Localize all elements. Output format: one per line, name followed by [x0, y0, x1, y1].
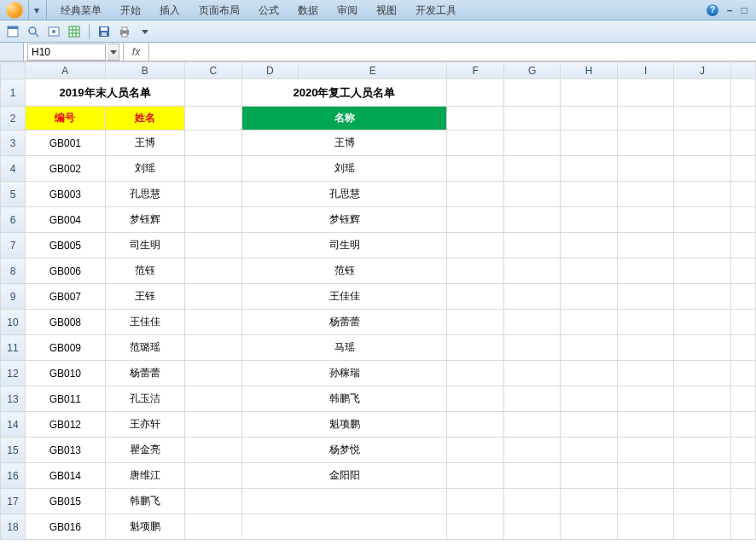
new-sheet-icon[interactable]: [5, 24, 20, 39]
colhead-B[interactable]: B: [105, 62, 184, 79]
cell-name[interactable]: 瞿金亮: [105, 438, 184, 463]
cell-name[interactable]: 孔玉洁: [105, 386, 184, 412]
cell[interactable]: [185, 412, 241, 438]
formula-input[interactable]: [149, 43, 756, 61]
cell[interactable]: [561, 489, 617, 514]
colhead-J[interactable]: J: [674, 62, 730, 79]
cell-id[interactable]: GB005: [26, 233, 105, 258]
rowhead[interactable]: 6: [1, 207, 26, 233]
name-box[interactable]: [27, 44, 106, 61]
search-icon[interactable]: [26, 24, 41, 39]
title-left[interactable]: 2019年末人员名单: [26, 79, 185, 107]
cell[interactable]: [617, 412, 673, 438]
cell[interactable]: [730, 156, 755, 182]
cell[interactable]: [185, 310, 241, 335]
cell[interactable]: [674, 386, 730, 412]
cell[interactable]: [561, 463, 617, 489]
cell[interactable]: [447, 130, 503, 156]
cell[interactable]: [561, 233, 617, 258]
cell[interactable]: [674, 335, 730, 361]
rowhead[interactable]: 12: [1, 361, 26, 386]
cell[interactable]: [617, 284, 673, 310]
cell[interactable]: [561, 107, 617, 130]
cell-id[interactable]: GB016: [26, 514, 105, 540]
cell[interactable]: [617, 107, 673, 130]
minimize-button[interactable]: –: [727, 4, 733, 16]
cell[interactable]: [503, 156, 560, 182]
name-box-dropdown-icon[interactable]: [108, 44, 119, 61]
header-name[interactable]: 姓名: [105, 107, 184, 130]
help-icon[interactable]: ?: [707, 4, 718, 16]
spreadsheet[interactable]: A B C D E F G H I J 1 2019年末人员名单 2020年复工…: [0, 61, 756, 540]
cell-name[interactable]: 杨蕾蕾: [105, 361, 184, 386]
rowhead[interactable]: 9: [1, 284, 26, 310]
cell[interactable]: [185, 233, 241, 258]
cell[interactable]: [447, 463, 503, 489]
cell[interactable]: [674, 489, 730, 514]
cell[interactable]: [503, 130, 560, 156]
rowhead[interactable]: 17: [1, 489, 26, 514]
cell[interactable]: [561, 130, 617, 156]
cell[interactable]: [674, 130, 730, 156]
toolbar-dropdown-icon[interactable]: [137, 24, 153, 39]
rowhead[interactable]: 13: [1, 386, 26, 412]
cell[interactable]: [503, 107, 560, 130]
colhead-I[interactable]: I: [617, 62, 673, 79]
cell[interactable]: [674, 284, 730, 310]
rowhead[interactable]: 14: [1, 412, 26, 438]
cell-rname[interactable]: 孙稼瑞: [241, 361, 447, 386]
cell-name[interactable]: 韩鹏飞: [105, 489, 184, 514]
cell[interactable]: [730, 489, 755, 514]
cell[interactable]: [185, 386, 241, 412]
cell-id[interactable]: GB015: [26, 489, 105, 514]
colhead-A[interactable]: A: [26, 62, 105, 79]
cell[interactable]: [561, 438, 617, 463]
cell-name[interactable]: 王亦轩: [105, 412, 184, 438]
rowhead[interactable]: 11: [1, 335, 26, 361]
cell[interactable]: [447, 79, 503, 107]
colhead-G[interactable]: G: [503, 62, 560, 79]
cell[interactable]: [730, 79, 755, 107]
cell[interactable]: [730, 514, 755, 540]
cell[interactable]: [447, 386, 503, 412]
cell-name[interactable]: 刘瑶: [105, 156, 184, 182]
cell[interactable]: [503, 335, 560, 361]
cell[interactable]: [503, 514, 560, 540]
cell[interactable]: [617, 489, 673, 514]
cell[interactable]: [617, 207, 673, 233]
rowhead[interactable]: 2: [1, 107, 26, 130]
cell[interactable]: [503, 207, 560, 233]
cell-rname[interactable]: 孔思慧: [241, 182, 447, 207]
cell[interactable]: [617, 514, 673, 540]
cell-id[interactable]: GB012: [26, 412, 105, 438]
cell-name[interactable]: 唐维江: [105, 463, 184, 489]
rowhead[interactable]: 5: [1, 182, 26, 207]
cell[interactable]: [447, 438, 503, 463]
cell[interactable]: [503, 79, 560, 107]
cell-rname[interactable]: [241, 489, 447, 514]
cell-name[interactable]: 范璐瑶: [105, 335, 184, 361]
cell[interactable]: [561, 514, 617, 540]
cell-name[interactable]: 司生明: [105, 233, 184, 258]
cell[interactable]: [730, 386, 755, 412]
cell[interactable]: [617, 182, 673, 207]
print-icon[interactable]: [117, 24, 132, 39]
colhead-D[interactable]: D: [241, 62, 298, 79]
cell[interactable]: [561, 361, 617, 386]
cell-rname[interactable]: 杨梦悦: [241, 438, 447, 463]
cell[interactable]: [617, 79, 673, 107]
cell-id[interactable]: GB008: [26, 310, 105, 335]
cell[interactable]: [503, 310, 560, 335]
cell[interactable]: [185, 489, 241, 514]
cell[interactable]: [503, 386, 560, 412]
cell[interactable]: [185, 258, 241, 284]
rowhead[interactable]: 4: [1, 156, 26, 182]
cell[interactable]: [561, 207, 617, 233]
cell[interactable]: [447, 107, 503, 130]
cell[interactable]: [561, 412, 617, 438]
cell[interactable]: [447, 361, 503, 386]
cell[interactable]: [185, 207, 241, 233]
cell[interactable]: [730, 412, 755, 438]
cell-name[interactable]: 孔思慧: [105, 182, 184, 207]
cell[interactable]: [730, 335, 755, 361]
